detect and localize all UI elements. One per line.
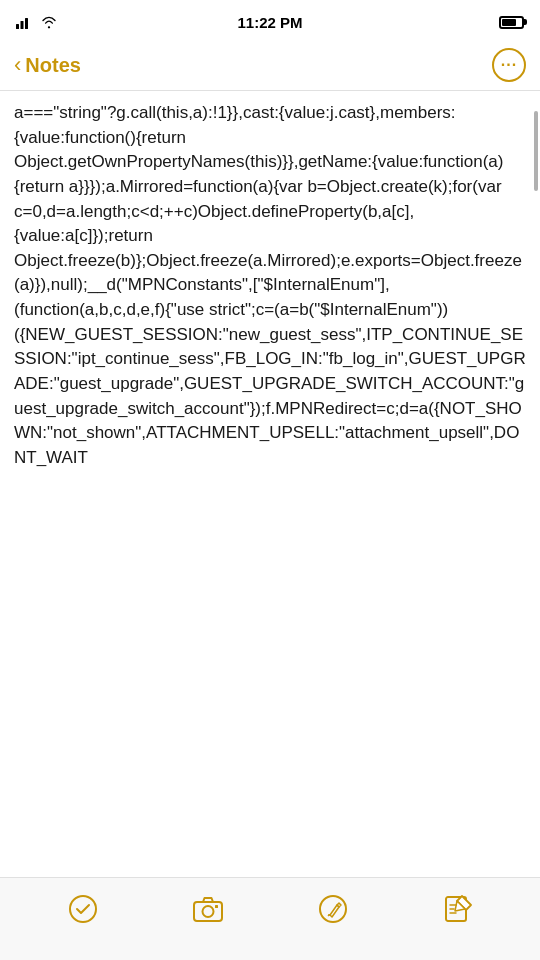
chevron-left-icon: ‹ xyxy=(14,54,21,76)
scroll-indicator xyxy=(534,111,538,191)
status-right xyxy=(499,16,524,29)
bottom-toolbar xyxy=(0,877,540,960)
note-content-area[interactable]: a==="string"?g.call(this,a):!1}},cast:{v… xyxy=(0,91,540,871)
svg-point-5 xyxy=(202,906,213,917)
checkmark-circle-icon xyxy=(68,894,98,924)
note-text: a==="string"?g.call(this,a):!1}},cast:{v… xyxy=(14,101,526,471)
back-label: Notes xyxy=(25,54,81,77)
wifi-icon xyxy=(40,15,58,29)
pen-circle-icon xyxy=(318,894,348,924)
edit-icon xyxy=(443,894,473,924)
camera-button[interactable] xyxy=(183,890,233,928)
battery-icon xyxy=(499,16,524,29)
status-left xyxy=(16,15,58,29)
back-button[interactable]: ‹ Notes xyxy=(14,54,81,77)
signal-icon xyxy=(16,15,34,29)
nav-bar: ‹ Notes ··· xyxy=(0,44,540,90)
draw-button[interactable] xyxy=(308,890,358,928)
svg-point-3 xyxy=(70,896,96,922)
svg-rect-4 xyxy=(194,902,222,921)
status-time: 11:22 PM xyxy=(237,14,302,31)
more-icon: ··· xyxy=(501,57,517,73)
status-bar: 11:22 PM xyxy=(0,0,540,44)
camera-icon xyxy=(193,894,223,924)
svg-rect-6 xyxy=(215,905,218,908)
svg-point-7 xyxy=(320,896,346,922)
more-button[interactable]: ··· xyxy=(492,48,526,82)
svg-rect-2 xyxy=(25,18,28,29)
new-note-button[interactable] xyxy=(433,890,483,928)
svg-rect-0 xyxy=(16,24,19,29)
svg-rect-1 xyxy=(21,21,24,29)
done-button[interactable] xyxy=(58,890,108,928)
